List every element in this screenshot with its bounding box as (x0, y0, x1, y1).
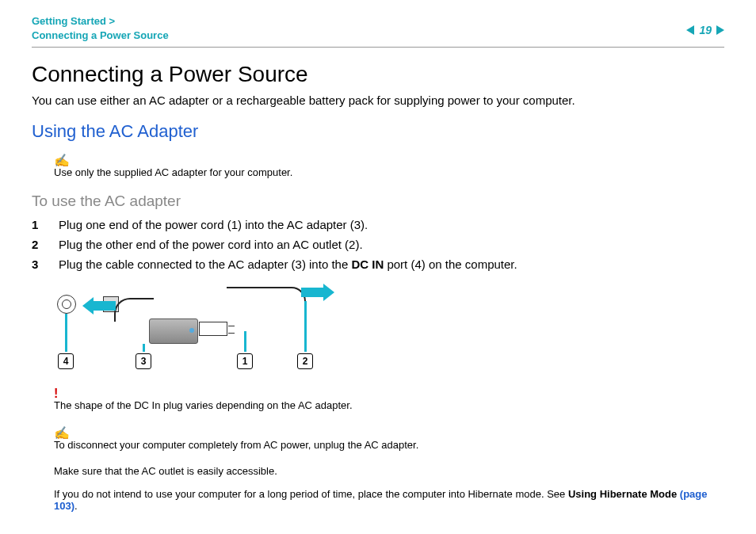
ac-adapter-diagram: 4 3 1 2 (54, 284, 339, 379)
breadcrumb-line2: Connecting a Power Source (32, 29, 169, 41)
note-block-1: ✍ Use only the supplied AC adapter for y… (54, 153, 724, 178)
step-3: 3 Plug the cable connected to the AC ada… (32, 257, 724, 271)
callout-line (244, 331, 246, 352)
body2-post: . (74, 500, 78, 512)
diagram-label-2: 2 (297, 353, 313, 369)
step-2: 2 Plug the other end of the power cord i… (32, 238, 724, 251)
section-heading: Using the AC Adapter (32, 121, 724, 142)
dc-in-label: DC IN (351, 257, 384, 271)
arrow-right-icon (301, 284, 334, 301)
callout-line (65, 314, 67, 352)
note-block-2: ✍ To disconnect your computer completely… (54, 425, 724, 451)
breadcrumb-line1: Getting Started > (32, 15, 115, 27)
diagram-label-3: 3 (136, 353, 151, 369)
step-number: 1 (32, 218, 59, 231)
steps-list: 1 Plug one end of the power cord (1) int… (32, 218, 724, 271)
step-number: 2 (32, 238, 59, 251)
body2-pre: If you do not intend to use your compute… (54, 488, 568, 500)
ac-adapter-icon (149, 318, 198, 344)
note-text-1: Use only the supplied AC adapter for you… (54, 166, 292, 178)
dc-port-icon (57, 295, 76, 314)
page-header: Getting Started > Connecting a Power Sou… (32, 14, 724, 48)
page-title: Connecting a Power Source (32, 62, 724, 87)
step-text: Plug the other end of the power cord int… (59, 238, 363, 251)
prev-page-icon[interactable] (686, 25, 694, 35)
diagram-label-1: 1 (237, 353, 253, 369)
step-1: 1 Plug one end of the power cord (1) int… (32, 218, 724, 231)
step-text: Plug the cable connected to the AC adapt… (59, 257, 517, 271)
body-text-1: Make sure that the AC outlet is easily a… (54, 465, 724, 477)
step-text: Plug one end of the power cord (1) into … (59, 218, 368, 231)
next-page-icon[interactable] (716, 25, 724, 35)
step-number: 3 (32, 257, 59, 271)
cable-icon (227, 287, 306, 330)
power-cord-plug-icon (199, 322, 227, 336)
callout-line (304, 301, 307, 352)
page-number: 19 (699, 24, 712, 36)
breadcrumb[interactable]: Getting Started > Connecting a Power Sou… (32, 14, 169, 42)
cable-icon (114, 298, 154, 322)
warning-text: The shape of the DC In plug varies depen… (54, 399, 353, 411)
page-nav: 19 (686, 14, 724, 36)
warning-block: ! The shape of the DC In plug varies dep… (54, 387, 724, 411)
subsection-heading: To use the AC adapter (32, 193, 724, 210)
body-text-2: If you do not intend to use your compute… (54, 488, 724, 512)
diagram-label-4: 4 (58, 353, 74, 369)
arrow-left-icon (82, 297, 116, 315)
intro-text: You can use either an AC adapter or a re… (32, 93, 724, 107)
note-text-2: To disconnect your computer completely f… (54, 439, 418, 451)
callout-line (143, 344, 145, 352)
